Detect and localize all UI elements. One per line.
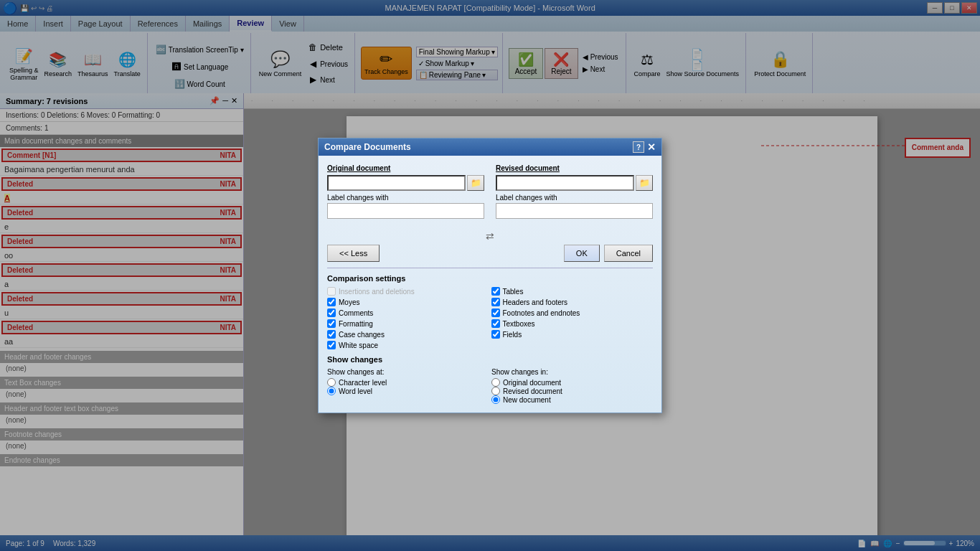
word-level-radio: Word level [327, 387, 489, 395]
show-changes-in-col: Show changes in: Original document Revis… [491, 368, 653, 404]
show-changes-at-label: Show changes at: [327, 368, 489, 376]
label-changes-with-right: Label changes with [496, 194, 653, 202]
revised-doc-radio-input[interactable] [491, 387, 500, 395]
checkbox-textboxes-input[interactable] [491, 319, 500, 328]
modal-help-button[interactable]: ? [633, 141, 644, 153]
ok-button[interactable]: OK [564, 245, 600, 262]
revised-doc-radio-label: Revised document [503, 387, 562, 395]
modal-divider [327, 268, 653, 268]
revised-doc-input-row: 📁 [496, 175, 653, 191]
label-changes-right-input[interactable] [496, 203, 653, 219]
show-changes-title: Show changes [327, 355, 653, 364]
checkbox-fields-label: Fields [503, 331, 522, 339]
checkbox-case-label: Case changes [339, 331, 385, 339]
checkbox-tables-input[interactable] [491, 287, 500, 296]
new-doc-radio-input[interactable] [491, 395, 500, 404]
show-changes-section: Show changes Show changes at: Character … [327, 355, 653, 404]
original-doc-label: Original document [327, 164, 484, 172]
checkbox-whitespace: White space [327, 341, 489, 349]
checkbox-comments-label: Comments [339, 309, 373, 317]
checkbox-moyes-label: Moyes [339, 298, 359, 306]
revised-doc-input[interactable] [496, 175, 634, 191]
arrows-indicator: ⇄ [327, 227, 653, 245]
revised-doc-browse-button[interactable]: 📁 [636, 175, 653, 191]
checkbox-footnotes-label: Footnotes and endnotes [503, 309, 580, 317]
checkbox-comments: Comments [327, 309, 489, 317]
checkbox-case-input[interactable] [327, 330, 336, 339]
checkbox-fields-input[interactable] [491, 330, 500, 339]
show-changes-at-col: Show changes at: Character level Word le… [327, 368, 489, 404]
checkbox-formatting-input[interactable] [327, 319, 336, 328]
original-doc-radio-label: Original document [503, 379, 561, 387]
show-changes-grid: Show changes at: Character level Word le… [327, 368, 653, 404]
char-level-radio: Character level [327, 378, 489, 387]
modal-titlebar: Compare Documents ? ✕ [319, 138, 661, 156]
revised-doc-col: Revised document 📁 Label changes with [496, 164, 653, 219]
modal-title: Compare Documents [324, 142, 411, 152]
word-level-label: Word level [339, 387, 372, 395]
new-doc-radio: New document [491, 395, 653, 404]
compare-documents-dialog: Compare Documents ? ✕ Original document … [318, 138, 662, 413]
checkbox-whitespace-label: White space [339, 342, 378, 349]
modal-close-button[interactable]: ✕ [647, 141, 656, 153]
checkbox-footnotes: Footnotes and endnotes [491, 309, 654, 317]
checkbox-formatting: Formatting [327, 319, 489, 328]
label-changes-with-left: Label changes with [327, 194, 484, 202]
comparison-checkboxes: Insertions and deletions Tables Moyes He… [327, 287, 653, 349]
checkbox-fields: Fields [491, 330, 654, 339]
checkbox-moyes: Moyes [327, 298, 489, 306]
less-button[interactable]: << Less [327, 245, 380, 262]
modal-documents-row: Original document 📁 Label changes with R… [327, 164, 653, 219]
new-doc-radio-label: New document [503, 396, 551, 404]
original-doc-radio: Original document [491, 378, 653, 387]
modal-body: Original document 📁 Label changes with R… [319, 156, 661, 413]
checkbox-headers-label: Headers and footers [503, 298, 568, 306]
modal-action-buttons: << Less OK Cancel [327, 245, 653, 262]
comparison-settings-section: Comparison settings Insertions and delet… [327, 274, 653, 349]
checkbox-footnotes-input[interactable] [491, 309, 500, 317]
original-doc-col: Original document 📁 Label changes with [327, 164, 484, 219]
checkbox-textboxes-label: Textboxes [503, 320, 535, 328]
checkbox-insertions-input[interactable] [327, 287, 336, 296]
checkbox-textboxes: Textboxes [491, 319, 654, 328]
revised-doc-radio: Revised document [491, 387, 653, 395]
original-doc-browse-button[interactable]: 📁 [467, 175, 484, 191]
revised-doc-label: Revised document [496, 164, 653, 172]
checkbox-formatting-label: Formatting [339, 320, 373, 328]
cancel-button[interactable]: Cancel [604, 245, 653, 262]
checkbox-case: Case changes [327, 330, 489, 339]
checkbox-insertions-label: Insertions and deletions [339, 288, 415, 296]
original-doc-input-row: 📁 [327, 175, 484, 191]
modal-overlay: Compare Documents ? ✕ Original document … [0, 0, 980, 551]
original-doc-input[interactable] [327, 175, 466, 191]
checkbox-whitespace-input[interactable] [327, 341, 336, 349]
char-level-label: Character level [339, 379, 387, 387]
comparison-settings-title: Comparison settings [327, 274, 653, 283]
checkbox-moyes-input[interactable] [327, 298, 336, 306]
checkbox-tables-label: Tables [503, 288, 524, 296]
checkbox-headers: Headers and footers [491, 298, 654, 306]
checkbox-comments-input[interactable] [327, 309, 336, 317]
checkbox-insertions: Insertions and deletions [327, 287, 489, 296]
checkbox-headers-input[interactable] [491, 298, 500, 306]
show-changes-in-label: Show changes in: [491, 368, 653, 376]
original-doc-radio-input[interactable] [491, 378, 500, 387]
checkbox-tables: Tables [491, 287, 654, 296]
label-changes-left-input[interactable] [327, 203, 484, 219]
char-level-input[interactable] [327, 378, 336, 387]
word-level-input[interactable] [327, 387, 336, 395]
